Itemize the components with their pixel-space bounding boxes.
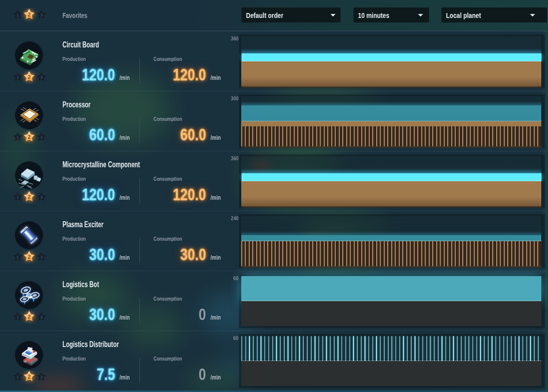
svg-text:2: 2: [28, 11, 30, 17]
svg-text:3: 3: [40, 12, 42, 17]
svg-text:1: 1: [16, 12, 20, 17]
